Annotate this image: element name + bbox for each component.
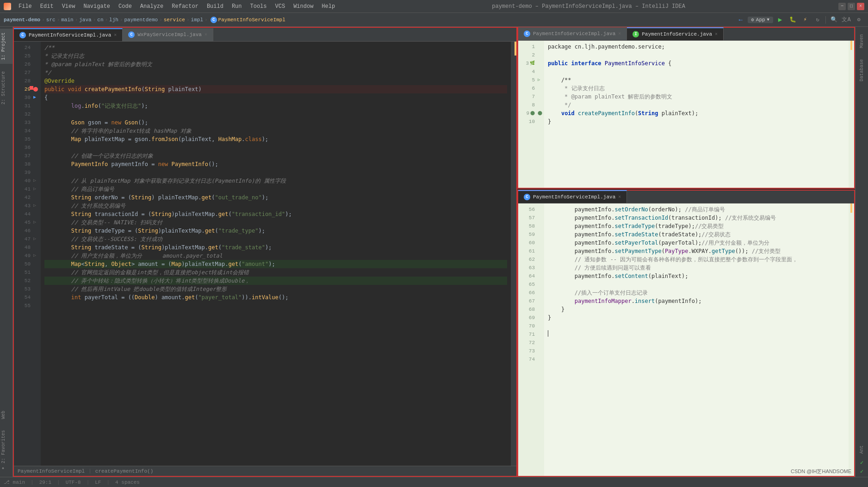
left-tab-bar[interactable]: C PaymentInfoServiceImpl.java × C WxPayS… xyxy=(14,28,516,42)
rt-line-1: package cn.ljh.paymentdemo.service; xyxy=(548,43,845,51)
right-top-code: 12 3🌿 45678 9⬤ 10 ▷ xyxy=(518,41,854,188)
favorites-tab[interactable]: ★ 2: Favorites xyxy=(0,426,12,475)
right-top-panel: C PaymentInfoServiceImpl.java × I Paymen… xyxy=(517,27,855,189)
right-bottom-gutter xyxy=(538,203,544,476)
menu-tools[interactable]: Tools xyxy=(247,2,271,11)
breadcrumb-project[interactable]: payment-demo xyxy=(4,17,40,23)
rt-line-10: } xyxy=(548,117,845,126)
line-num-25: 25 xyxy=(14,52,31,60)
menu-code[interactable]: Code xyxy=(115,2,136,11)
status-bar: ⎇ main | 29:1 | UTF-8 | LF | 4 spaces xyxy=(0,477,868,487)
right-bottom-tab-bar[interactable]: C PaymentInfoServiceImpl.java × xyxy=(518,191,854,203)
code-line-34: // 将字符串的plainText转成 hashMap 对象 xyxy=(44,127,507,135)
line-number-gutter: 24 25 26 27 28 29 30 31 32 33 34 35 36 3… xyxy=(14,42,33,466)
right-bottom-scrollbar[interactable] xyxy=(849,203,854,476)
interface-icon: I xyxy=(632,31,639,37)
menu-file[interactable]: File xyxy=(15,2,36,11)
status-sep2: | xyxy=(57,480,60,485)
right-bottom-tab-impl[interactable]: C PaymentInfoServiceImpl.java × xyxy=(518,190,627,203)
close-button[interactable]: × xyxy=(857,3,864,10)
menu-run[interactable]: Run xyxy=(228,2,246,11)
window-controls[interactable]: − □ × xyxy=(838,3,864,10)
tab-wx-impl[interactable]: C WxPayServiceImpl.java × xyxy=(123,28,213,41)
tab-close4[interactable]: × xyxy=(715,32,718,37)
minimize-button[interactable]: − xyxy=(838,3,846,10)
check-icon-2: ✓ xyxy=(860,468,863,475)
database-tab[interactable]: Database xyxy=(858,55,865,85)
code-line-31: log.info("记录支付日志"); xyxy=(44,102,507,110)
yellow-marker xyxy=(515,42,516,55)
window-title: payment-demo – PaymentInfoServiceImpl.ja… xyxy=(492,3,685,10)
build-button[interactable]: ⚡ xyxy=(800,15,811,25)
line-num-41: 41 xyxy=(14,185,31,193)
menu-navigate[interactable]: Navigate xyxy=(80,2,114,11)
right-top-scrollbar[interactable] xyxy=(849,41,854,188)
structure-tab[interactable]: 2: Structure xyxy=(0,68,12,108)
menu-build[interactable]: Build xyxy=(203,2,227,11)
tab-payment-impl[interactable]: C PaymentInfoServiceImpl.java × xyxy=(14,28,123,41)
rb-line-67: paymentInfoMapper.insert(paymentInfo); xyxy=(548,297,845,305)
line-num-35: 35 xyxy=(14,135,31,143)
right-top-tab-bar[interactable]: C PaymentInfoServiceImpl.java × I Paymen… xyxy=(518,28,854,41)
left-sidebar: 1: Project 2: Structure Web ★ 2: Favorit… xyxy=(0,27,13,477)
menu-view[interactable]: View xyxy=(58,2,79,11)
menu-vcs[interactable]: VCS xyxy=(272,2,289,11)
status-sep3: | xyxy=(87,480,90,485)
menu-window[interactable]: Window xyxy=(290,2,317,11)
code-line-24: /** xyxy=(44,43,507,52)
rb-line-61: paymentInfo.setPaymentType(PayType.WXPAY… xyxy=(548,247,845,255)
menu-refactor[interactable]: Refactor xyxy=(168,2,202,11)
rb-line-62: // 通知参数 -- 因为可能会有各种各样的参数，所以直接把整个参数存到一个字段… xyxy=(548,255,845,264)
rb-line-58: paymentInfo.setTradeType(tradeType);//交易… xyxy=(548,222,845,230)
toolbar-sep1 xyxy=(825,16,826,24)
tab-close-icon2[interactable]: × xyxy=(205,32,207,37)
rt-line-9: void createPaymentInfo(String plainText)… xyxy=(548,109,845,117)
tab-close3[interactable]: × xyxy=(618,31,621,37)
right-top-tab-service[interactable]: I PaymentInfoService.java × xyxy=(627,27,724,40)
project-tab[interactable]: 1: Project xyxy=(0,29,12,64)
line-num-45: 45 xyxy=(14,218,31,227)
class-icon: C xyxy=(211,17,217,23)
menu-help[interactable]: Help xyxy=(318,2,339,11)
menu-bar[interactable]: File Edit View Navigate Code Analyze Ref… xyxy=(15,2,339,11)
toolbar[interactable]: ← ⚙ App ▼ ▶ 🐛 ⚡ ↻ 🔍 文A ⚙ xyxy=(735,15,864,25)
web-tab[interactable]: Web xyxy=(0,407,12,423)
rb-line-66: //插入一个订单支付日志记录 xyxy=(548,289,845,297)
menu-edit[interactable]: Edit xyxy=(37,2,57,11)
sync-button[interactable]: ↻ xyxy=(812,15,823,25)
line-num-28: 28 xyxy=(14,77,31,85)
app-dropdown[interactable]: ⚙ App ▼ xyxy=(748,17,773,23)
tab-close5[interactable]: × xyxy=(618,195,621,200)
code-line-52: // 弄个中转站：隐式类型转换（小转大）将int类型型转换成Double， xyxy=(44,277,507,285)
search-button[interactable]: 🔍 xyxy=(828,15,839,25)
maven-tab[interactable]: Maven xyxy=(858,31,865,52)
right-top-tab-impl[interactable]: C PaymentInfoServiceImpl.java × xyxy=(518,27,627,40)
right-sidebar: Maven Database Ant ✓ ✓ xyxy=(855,27,868,477)
ant-tab[interactable]: Ant xyxy=(858,442,865,457)
debug-button[interactable]: 🐛 xyxy=(787,15,798,25)
line-num-55: 55 xyxy=(14,302,31,310)
rt-line-3: public interface PaymentInfoService { xyxy=(548,59,845,68)
title-bar: File Edit View Navigate Code Analyze Ref… xyxy=(0,0,868,13)
class-icon2: C xyxy=(128,31,135,38)
line-num-27: 27 xyxy=(14,68,31,77)
breakpoint-icon xyxy=(33,87,38,92)
right-panels: C PaymentInfoServiceImpl.java × I Paymen… xyxy=(517,27,855,477)
rt-line-5: /** xyxy=(548,76,845,84)
maximize-button[interactable]: □ xyxy=(848,3,855,10)
settings-button[interactable]: ⚙ xyxy=(853,15,864,25)
tab-close-icon[interactable]: × xyxy=(114,33,117,38)
back-button[interactable]: ← xyxy=(735,15,746,25)
right-bottom-code: 5657585960 6162636465 6667686970 7172737… xyxy=(518,203,854,476)
code-line-53: // 然后再用intValue 把double类型的值转成Integer整形 xyxy=(44,285,507,293)
translate-button[interactable]: 文A xyxy=(841,15,852,25)
code-line-41: // 商品订单编号 xyxy=(44,185,507,193)
menu-analyze[interactable]: Analyze xyxy=(136,2,167,11)
rb-line-59: paymentInfo.setTradeState(tradeState);//… xyxy=(548,230,845,239)
right-top-code-content: package cn.ljh.paymentdemo.service; publ… xyxy=(544,41,849,188)
run-button[interactable]: ▶ xyxy=(775,15,786,25)
line-num-29: 29 xyxy=(14,85,31,93)
left-scrollbar[interactable] xyxy=(511,42,516,466)
line-num-46: 46 xyxy=(14,227,31,235)
line-num-47: 47 xyxy=(14,235,31,243)
